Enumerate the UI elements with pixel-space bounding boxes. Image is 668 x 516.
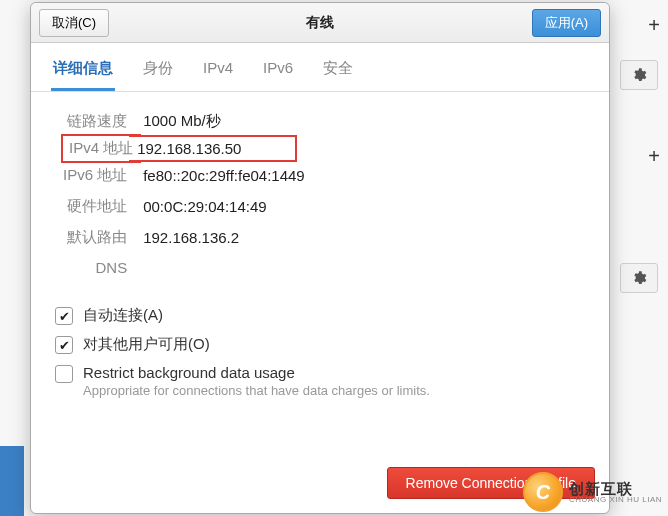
tab-bar: 详细信息 身份 IPv4 IPv6 安全 bbox=[31, 43, 609, 92]
add-icon[interactable]: + bbox=[648, 14, 660, 37]
details-table: 链路速度 1000 Mb/秒 IPv4 地址 192.168.136.50 IP… bbox=[55, 106, 313, 282]
cancel-button[interactable]: 取消(C) bbox=[39, 9, 109, 37]
gear-icon bbox=[631, 270, 647, 286]
check-icon bbox=[55, 365, 73, 383]
settings-button[interactable] bbox=[620, 60, 658, 90]
gear-icon bbox=[631, 67, 647, 83]
value-link-speed: 1000 Mb/秒 bbox=[135, 106, 313, 137]
wired-dialog: 取消(C) 有线 应用(A) 详细信息 身份 IPv4 IPv6 安全 链路速度… bbox=[30, 2, 610, 514]
checkbox-label: 对其他用户可用(O) bbox=[83, 335, 210, 354]
checkbox-sublabel: Appropriate for connections that have da… bbox=[83, 383, 430, 398]
add-icon[interactable]: + bbox=[648, 145, 660, 168]
background-panel: + + bbox=[608, 0, 668, 516]
checkbox-all-users[interactable]: 对其他用户可用(O) bbox=[55, 335, 585, 354]
label-route: 默认路由 bbox=[55, 222, 135, 253]
settings-button[interactable] bbox=[620, 263, 658, 293]
checkbox-restrict-bg[interactable]: Restrict background data usage Appropria… bbox=[55, 364, 585, 398]
dialog-footer: Remove Connection Profile bbox=[31, 457, 609, 513]
tab-identity[interactable]: 身份 bbox=[141, 53, 175, 91]
value-mac: 00:0C:29:04:14:49 bbox=[135, 191, 313, 222]
label-ipv6: IPv6 地址 bbox=[55, 160, 135, 191]
checkbox-auto-connect[interactable]: 自动连接(A) bbox=[55, 306, 585, 325]
selection-strip bbox=[0, 446, 24, 516]
value-ipv6: fe80::20c:29ff:fe04:1449 bbox=[135, 160, 313, 191]
row-route: 默认路由 192.168.136.2 bbox=[55, 222, 313, 253]
tab-ipv4[interactable]: IPv4 bbox=[201, 53, 235, 91]
row-dns: DNS bbox=[55, 253, 313, 282]
row-ipv4: IPv4 地址 192.168.136.50 bbox=[55, 137, 313, 160]
check-icon bbox=[55, 336, 73, 354]
remove-profile-button[interactable]: Remove Connection Profile bbox=[387, 467, 595, 499]
label-dns: DNS bbox=[55, 253, 135, 282]
row-ipv6: IPv6 地址 fe80::20c:29ff:fe04:1449 bbox=[55, 160, 313, 191]
titlebar: 取消(C) 有线 应用(A) bbox=[31, 3, 609, 43]
value-route: 192.168.136.2 bbox=[135, 222, 313, 253]
tab-ipv6[interactable]: IPv6 bbox=[261, 53, 295, 91]
label-link-speed: 链路速度 bbox=[55, 106, 135, 137]
checkbox-label: 自动连接(A) bbox=[83, 306, 163, 325]
details-panel: 链路速度 1000 Mb/秒 IPv4 地址 192.168.136.50 IP… bbox=[31, 92, 609, 457]
value-dns bbox=[135, 253, 313, 282]
value-ipv4: 192.168.136.50 bbox=[137, 140, 241, 157]
apply-button[interactable]: 应用(A) bbox=[532, 9, 601, 37]
label-mac: 硬件地址 bbox=[55, 191, 135, 222]
row-link-speed: 链路速度 1000 Mb/秒 bbox=[55, 106, 313, 137]
checkbox-label: Restrict background data usage bbox=[83, 364, 430, 381]
tab-details[interactable]: 详细信息 bbox=[51, 53, 115, 91]
label-ipv4: IPv4 地址 bbox=[69, 139, 133, 156]
dialog-title: 有线 bbox=[306, 14, 334, 32]
row-mac: 硬件地址 00:0C:29:04:14:49 bbox=[55, 191, 313, 222]
check-icon bbox=[55, 307, 73, 325]
tab-security[interactable]: 安全 bbox=[321, 53, 355, 91]
